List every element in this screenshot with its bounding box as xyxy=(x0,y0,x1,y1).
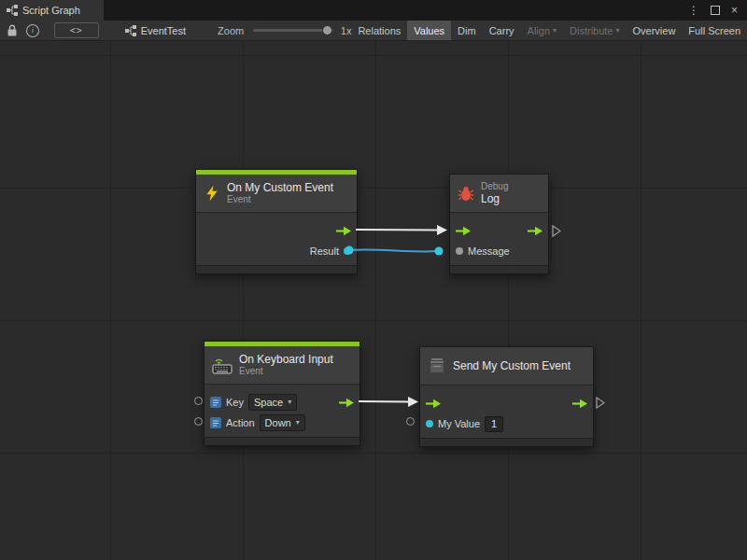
node-header[interactable]: On Keyboard Input Event xyxy=(204,346,359,384)
enum-type-icon xyxy=(210,417,221,428)
node-footer xyxy=(196,265,357,273)
node-title: Send My Custom Event xyxy=(453,359,571,372)
unity-script-graph-window: Script Graph ⋮ × i <> EventTest Zoom 1x … xyxy=(0,0,747,560)
connections-layer xyxy=(0,41,747,560)
keyboard-icon xyxy=(212,356,233,374)
overview-button[interactable]: Overview xyxy=(627,21,683,40)
node-title: Log xyxy=(481,192,508,205)
node-header[interactable]: Debug Log xyxy=(450,175,548,212)
zoom-label: Zoom xyxy=(218,25,244,36)
relation-triangle-icon xyxy=(596,396,605,413)
flow-input-port[interactable] xyxy=(456,226,471,236)
values-button[interactable]: Values xyxy=(407,21,451,40)
chevron-down-icon: ▾ xyxy=(296,419,300,427)
node-body: My Value 1 xyxy=(420,385,593,438)
flow-connection xyxy=(359,397,418,407)
result-port-label: Result xyxy=(310,245,339,257)
chevron-down-icon: ▾ xyxy=(553,27,557,35)
full-screen-button[interactable]: Full Screen xyxy=(682,21,747,40)
flow-output-port[interactable] xyxy=(528,226,543,236)
carry-button[interactable]: Carry xyxy=(483,21,521,40)
action-dropdown-value: Down xyxy=(265,417,291,428)
action-outer-port[interactable] xyxy=(194,417,203,426)
node-title: On My Custom Event xyxy=(227,181,333,194)
zoom-slider[interactable] xyxy=(253,29,333,32)
distribute-dropdown-button[interactable]: Distribute ▾ xyxy=(563,21,626,40)
enum-type-icon xyxy=(210,397,221,408)
node-on-keyboard-input[interactable]: On Keyboard Input Event Key Space ▾ xyxy=(204,341,360,446)
zoom-slider-thumb[interactable] xyxy=(322,25,332,35)
window-menu-icon[interactable]: ⋮ xyxy=(688,5,699,16)
flow-output-port[interactable] xyxy=(339,398,354,408)
align-dropdown-button[interactable]: Align ▾ xyxy=(521,21,563,40)
node-footer xyxy=(420,438,593,446)
zoom-value: 1x xyxy=(341,25,352,36)
node-footer xyxy=(204,437,359,445)
flow-connection xyxy=(356,225,447,235)
action-port-label: Action xyxy=(226,417,255,428)
lightning-bolt-icon xyxy=(204,185,220,202)
relations-button[interactable]: Relations xyxy=(351,21,407,40)
tab-script-graph[interactable]: Script Graph xyxy=(0,0,104,21)
node-category: Debug xyxy=(481,181,508,192)
node-body: Result xyxy=(196,212,357,265)
align-label: Align xyxy=(528,25,550,36)
flow-input-port[interactable] xyxy=(426,399,441,409)
tab-title: Script Graph xyxy=(22,5,80,16)
maximize-icon[interactable] xyxy=(711,6,720,15)
node-body: Key Space ▾ Action Dow xyxy=(204,384,359,437)
node-subtitle: Event xyxy=(227,194,333,205)
message-value-input-port[interactable] xyxy=(456,247,463,255)
dim-button[interactable]: Dim xyxy=(451,21,483,40)
node-header[interactable]: Send My Custom Event xyxy=(420,347,593,385)
key-dropdown[interactable]: Space ▾ xyxy=(248,394,297,411)
chevron-down-icon: ▾ xyxy=(288,399,291,406)
node-title: On Keyboard Input xyxy=(239,353,333,366)
graph-toolbar: i <> EventTest Zoom 1x Relations Values … xyxy=(0,21,747,41)
node-subtitle: Event xyxy=(239,366,333,377)
graph-canvas[interactable]: On My Custom Event Event Result xyxy=(0,41,747,560)
node-footer xyxy=(450,265,548,273)
result-value-output-port[interactable] xyxy=(344,247,351,255)
relation-triangle-icon xyxy=(552,224,561,241)
my-value-outer-port[interactable] xyxy=(406,417,415,426)
custom-event-icon xyxy=(428,357,446,375)
graph-breadcrumb[interactable]: EventTest xyxy=(125,25,186,36)
my-value-input[interactable]: 1 xyxy=(485,416,503,432)
bug-icon xyxy=(458,185,474,202)
chevron-down-icon: ▾ xyxy=(616,27,620,35)
flow-output-port[interactable] xyxy=(336,226,351,236)
key-dropdown-value: Space xyxy=(254,397,283,408)
node-header[interactable]: On My Custom Event Event xyxy=(196,175,357,212)
my-value-input-port[interactable] xyxy=(426,420,433,427)
code-preview-toggle[interactable]: <> xyxy=(54,22,99,38)
script-graph-icon xyxy=(7,5,18,16)
node-send-my-custom-event[interactable]: Send My Custom Event My Value 1 xyxy=(419,346,594,447)
message-port-label: Message xyxy=(468,245,510,257)
key-port-label: Key xyxy=(226,397,244,408)
flow-output-port[interactable] xyxy=(572,399,587,409)
info-icon[interactable]: i xyxy=(26,24,39,37)
value-connection xyxy=(345,246,444,256)
graph-name-label: EventTest xyxy=(141,25,186,36)
lock-icon[interactable] xyxy=(7,24,17,36)
distribute-label: Distribute xyxy=(570,25,613,36)
node-body: Message xyxy=(450,212,548,265)
node-on-my-custom-event[interactable]: On My Custom Event Event Result xyxy=(195,169,358,274)
key-outer-port[interactable] xyxy=(194,397,203,405)
tab-bar: Script Graph ⋮ × xyxy=(0,0,747,21)
window-controls: ⋮ × xyxy=(688,0,747,21)
graph-asset-icon xyxy=(125,25,136,36)
close-icon[interactable]: × xyxy=(731,5,738,16)
my-value-label: My Value xyxy=(438,418,480,429)
toolbar-buttons: Relations Values Dim Carry Align ▾ Distr… xyxy=(351,21,747,40)
action-dropdown[interactable]: Down ▾ xyxy=(260,414,305,431)
node-debug-log[interactable]: Debug Log Message xyxy=(449,174,549,274)
